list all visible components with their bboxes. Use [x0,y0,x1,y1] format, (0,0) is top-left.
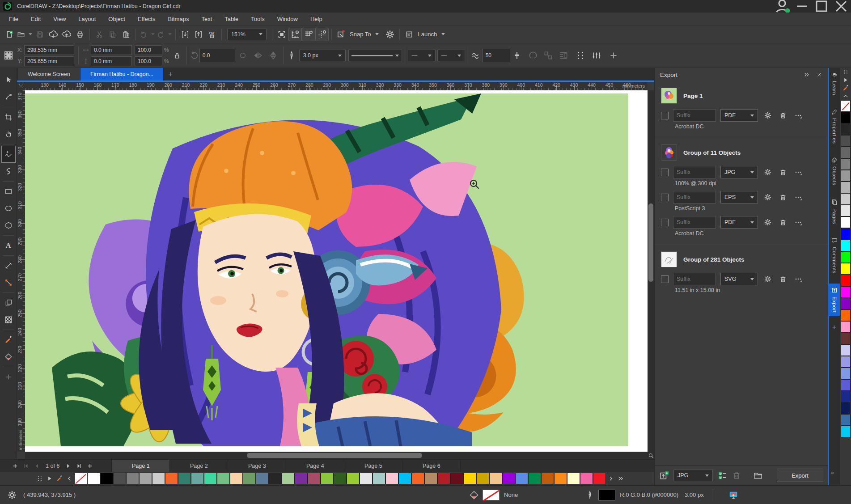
close-docker-icon[interactable] [816,72,822,78]
color-swatch[interactable] [437,473,450,484]
row-settings-button[interactable] [762,167,773,178]
shape-tool[interactable] [1,89,16,106]
publish-pdf-button[interactable]: PDF [205,28,219,41]
row-settings-button[interactable] [762,110,773,121]
last-page-button[interactable] [74,460,85,472]
lock-ratio-icon[interactable] [173,51,181,59]
launch-caret[interactable] [441,33,445,35]
first-page-button[interactable] [21,460,31,472]
row-delete-button[interactable] [778,192,788,203]
row-settings-button[interactable] [762,217,773,228]
menu-object[interactable]: Object [102,13,131,25]
sliders-icon[interactable] [592,51,601,60]
color-swatch[interactable] [567,473,580,484]
color-swatch[interactable] [593,473,606,484]
color-swatch[interactable] [100,473,113,484]
footer-format-combo[interactable]: JPG [673,470,713,481]
footer-trash-icon[interactable] [732,470,741,480]
color-swatch[interactable] [204,473,217,484]
object-origin-selector[interactable] [4,51,13,60]
color-swatch[interactable] [841,344,851,356]
color-swatch[interactable] [841,158,851,170]
artistic-media-tool[interactable] [1,163,16,180]
rpalette-eyedropper[interactable] [840,84,851,92]
color-swatch[interactable] [841,123,851,135]
page-tab-4[interactable]: Page 4 [286,460,344,472]
select-all-icon[interactable] [717,470,727,480]
add-page-button-left[interactable] [10,460,21,472]
color-swatch[interactable] [243,473,256,484]
export-action-button[interactable]: Export [777,469,823,482]
page-tab-6[interactable]: Page 6 [402,460,461,472]
rectangle-tool[interactable] [1,183,16,200]
palette-scroll-right[interactable] [606,473,616,484]
vertical-scrollbar[interactable] [648,90,654,452]
menu-window[interactable]: Window [271,13,304,25]
zoom-level-combo[interactable]: 151% [227,29,267,40]
y-position-field[interactable] [24,56,74,66]
color-swatch[interactable] [841,275,851,286]
color-swatch[interactable] [841,240,851,251]
line-style-combo[interactable] [348,50,402,61]
export-row-checkbox[interactable] [661,112,669,119]
docker-tab-pages[interactable]: Pages [828,195,840,228]
zoom-corner-button[interactable] [648,452,654,459]
format-dropdown[interactable]: JPG [720,166,758,178]
row-more-button[interactable] [793,274,804,284]
color-swatch[interactable] [528,473,541,484]
color-swatch[interactable] [841,228,851,240]
tab-document[interactable]: Firman Hatibu - Dragon... [80,68,164,80]
horizontal-scrollbar[interactable] [25,452,648,459]
color-swatch[interactable] [841,216,851,228]
color-swatch[interactable] [841,170,851,182]
row-settings-button[interactable] [762,274,773,284]
end-arrowhead-combo[interactable]: — [437,50,465,61]
cloud-save-button[interactable] [60,28,73,41]
rotation-angle-field[interactable] [199,49,235,62]
export-button[interactable] [192,28,205,41]
copy-button[interactable] [106,28,119,41]
close-button[interactable] [831,0,851,13]
display-settings-icon[interactable] [728,490,738,500]
docker-tab-comments[interactable]: Comments [828,234,840,277]
color-swatch[interactable] [841,414,851,426]
color-swatch[interactable] [87,473,100,484]
rpalette-drag-handle[interactable] [840,68,851,76]
color-swatch[interactable] [347,473,360,484]
docker-tab-export[interactable]: Export [828,284,840,316]
import-button[interactable] [178,28,192,41]
open-button[interactable] [16,28,33,41]
palette-scroll-left[interactable] [64,473,74,484]
suffix-input[interactable] [673,273,716,285]
destination-folder-icon[interactable] [753,470,763,480]
vertical-scrollbar-thumb[interactable] [648,203,653,282]
color-swatch[interactable] [152,473,165,484]
new-document-button[interactable] [3,28,16,41]
show-grid-button[interactable] [302,28,315,41]
add-page-button-right[interactable] [85,460,95,472]
palette-options-button[interactable] [45,473,55,484]
color-swatch[interactable] [841,309,851,321]
row-more-button[interactable] [793,192,804,203]
horizontal-ruler[interactable]: 1301401501601701801902002102202302402502… [25,82,648,90]
start-arrowhead-combo[interactable]: — [408,50,436,61]
color-swatch[interactable] [841,333,851,344]
color-swatch[interactable] [398,473,411,484]
interactive-fill-tool[interactable] [1,348,16,365]
launch-button[interactable] [402,28,416,41]
format-dropdown[interactable]: SVG [720,273,758,285]
color-swatch[interactable] [841,251,851,263]
color-swatch[interactable] [841,182,851,193]
minimize-button[interactable] [792,0,812,13]
color-swatch[interactable] [191,473,204,484]
palette-drag-handle[interactable] [35,473,45,484]
outline-width-combo[interactable]: 3.0 px [299,50,346,61]
status-gear-icon[interactable] [7,490,17,500]
previous-page-button[interactable] [31,460,42,472]
color-swatch[interactable] [321,473,334,484]
scale-y-field[interactable] [135,56,162,66]
snap-to-caret[interactable] [375,33,379,35]
color-swatch[interactable] [256,473,269,484]
color-swatch[interactable] [841,426,851,437]
row-delete-button[interactable] [778,110,788,121]
